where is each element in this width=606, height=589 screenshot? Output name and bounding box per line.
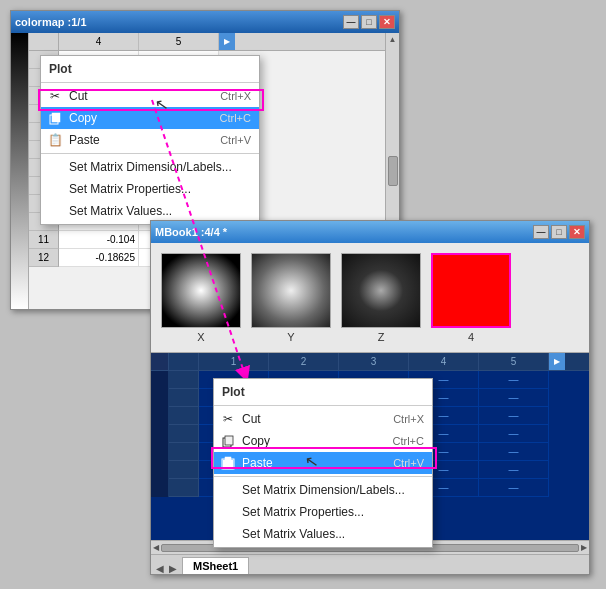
mbook-menu-set-dimension-item[interactable]: Set Matrix Dimension/Labels... <box>214 479 432 501</box>
thumbnail-y[interactable]: Y <box>251 253 331 343</box>
scissors-icon-2: ✂ <box>220 411 236 427</box>
blue-row-num <box>169 479 199 497</box>
scroll-right-btn[interactable]: ▶ <box>581 543 587 552</box>
colormap-gradient-strip <box>11 33 29 309</box>
menu-plot-label[interactable]: Plot <box>41 58 259 80</box>
blue-row-num <box>169 407 199 425</box>
mbook-menu-set-values-item[interactable]: Set Matrix Values... <box>214 523 432 545</box>
row-header-corner <box>29 33 59 50</box>
blue-data-cell: — <box>479 479 549 497</box>
colormap-title-bar[interactable]: colormap :1/1 — □ ✕ <box>11 11 399 33</box>
blue-data-cell: — <box>479 461 549 479</box>
menu-paste-item[interactable]: 📋 Paste Ctrl+V <box>41 129 259 151</box>
colormap-close-btn[interactable]: ✕ <box>379 15 395 29</box>
thumbnail-box-x <box>161 253 241 328</box>
mbook-menu-paste-item[interactable]: Paste Ctrl+V <box>214 452 432 474</box>
blue-row-num <box>169 371 199 389</box>
thumbnail-x-label: X <box>197 331 204 343</box>
copy-icon-2 <box>220 433 236 449</box>
tab-prev-btn[interactable]: ◀ <box>156 563 164 574</box>
blue-row-num <box>169 389 199 407</box>
scissors-icon: ✂ <box>47 88 63 104</box>
blue-col-4: 4 <box>409 353 479 370</box>
thumbnail-4[interactable]: 4 <box>431 253 511 343</box>
blue-row-strip <box>151 371 169 389</box>
blue-row-num <box>169 443 199 461</box>
scroll-right-indicator[interactable]: ▶ <box>219 33 235 50</box>
thumbnail-y-label: Y <box>287 331 294 343</box>
blue-data-cell: — <box>479 425 549 443</box>
mbook-menu-copy-item[interactable]: Copy Ctrl+C <box>214 430 432 452</box>
blue-row-num <box>169 425 199 443</box>
menu-cut-item[interactable]: ✂ Cut Ctrl+X <box>41 85 259 107</box>
blue-col-5: 5 <box>479 353 549 370</box>
thumb-4-image <box>433 255 509 326</box>
mbook-tab-bar: ◀ ▶ MSheet1 <box>151 554 589 574</box>
colormap-maximize-btn[interactable]: □ <box>361 15 377 29</box>
svg-rect-1 <box>52 113 60 122</box>
colormap-title: colormap :1/1 <box>15 16 87 28</box>
thumb-y-image <box>252 254 330 327</box>
mbook-minimize-btn[interactable]: — <box>533 225 549 239</box>
blue-col-3: 3 <box>339 353 409 370</box>
row-num-12: 12 <box>29 249 59 267</box>
mbook-menu-plot-label[interactable]: Plot <box>214 381 432 403</box>
menu-separator-1 <box>41 82 259 83</box>
blue-data-cell: — <box>479 389 549 407</box>
thumbnail-box-y <box>251 253 331 328</box>
data-cell: -0.18625 <box>59 249 139 267</box>
mbook-menu-cut-item[interactable]: ✂ Cut Ctrl+X <box>214 408 432 430</box>
paste-icon: 📋 <box>47 132 63 148</box>
thumbnail-box-z <box>341 253 421 328</box>
blue-row-num <box>169 461 199 479</box>
row-num-11: 11 <box>29 231 59 249</box>
paste-icon-2 <box>220 455 236 471</box>
scroll-left-btn[interactable]: ◀ <box>153 543 159 552</box>
blue-row-strip <box>151 389 169 407</box>
blue-row-strip <box>151 425 169 443</box>
col-header-5: 5 <box>139 33 219 50</box>
mbook-close-btn[interactable]: ✕ <box>569 225 585 239</box>
menu-copy-item[interactable]: Copy Ctrl+C <box>41 107 259 129</box>
blue-data-cell: — <box>479 371 549 389</box>
thumb-z-image <box>342 254 420 327</box>
col-header-4: 4 <box>59 33 139 50</box>
mbook-menu-separator-2 <box>214 476 432 477</box>
blue-row-strip <box>151 461 169 479</box>
thumb-x-image <box>162 254 240 327</box>
data-cell: -0.104 <box>59 231 139 249</box>
thumbnail-x[interactable]: X <box>161 253 241 343</box>
mbook-menu-separator-1 <box>214 405 432 406</box>
tab-msheet1[interactable]: MSheet1 <box>182 557 249 574</box>
thumbnail-z[interactable]: Z <box>341 253 421 343</box>
mbook-maximize-btn[interactable]: □ <box>551 225 567 239</box>
blue-corner <box>151 353 169 370</box>
svg-rect-3 <box>225 436 233 445</box>
blue-col-1: 1 <box>199 353 269 370</box>
blue-row-strip <box>151 407 169 425</box>
colormap-context-menu: Plot ✂ Cut Ctrl+X Copy Ctrl+C 📋 Paste Ct… <box>40 55 260 225</box>
thumbnail-z-label: Z <box>378 331 385 343</box>
thumbnail-4-label: 4 <box>468 331 474 343</box>
mbook-title: MBook1 :4/4 * <box>155 226 227 238</box>
mbook-menu-set-properties-item[interactable]: Set Matrix Properties... <box>214 501 432 523</box>
colormap-minimize-btn[interactable]: — <box>343 15 359 29</box>
menu-set-dimension-item[interactable]: Set Matrix Dimension/Labels... <box>41 156 259 178</box>
blue-col-2: 2 <box>269 353 339 370</box>
thumbnail-box-4 <box>431 253 511 328</box>
colormap-window-buttons: — □ ✕ <box>343 15 395 29</box>
menu-separator-2 <box>41 153 259 154</box>
tab-next-btn[interactable]: ▶ <box>169 563 177 574</box>
mbook-window-buttons: — □ ✕ <box>533 225 585 239</box>
menu-set-values-item[interactable]: Set Matrix Values... <box>41 200 259 222</box>
thumbnails-area: X Y Z 4 <box>151 243 589 353</box>
blue-row-strip <box>151 443 169 461</box>
blue-row-strip <box>151 479 169 497</box>
mbook-title-bar[interactable]: MBook1 :4/4 * — □ ✕ <box>151 221 589 243</box>
mbook-context-menu: Plot ✂ Cut Ctrl+X Copy Ctrl+C Paste Ctrl… <box>213 378 433 548</box>
blue-row-corner <box>169 353 199 370</box>
blue-scroll-right[interactable]: ▶ <box>549 353 565 370</box>
menu-set-properties-item[interactable]: Set Matrix Properties... <box>41 178 259 200</box>
blue-data-cell: — <box>479 443 549 461</box>
blue-data-cell: — <box>479 407 549 425</box>
